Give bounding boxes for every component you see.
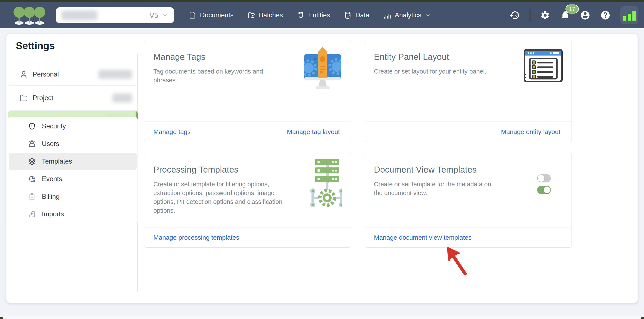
notifications-button[interactable]: 17 [560,10,570,20]
chart-bar [632,11,636,20]
server-gear-illustration [303,159,342,210]
window-corner [641,317,644,319]
sidebar-item-imports[interactable]: Imports [9,205,137,223]
nav-item-label: Batches [259,11,283,19]
history-button[interactable] [510,10,520,20]
entity-panel-illustration [524,49,563,87]
shield-icon [28,122,36,131]
toggle-knob [538,175,544,182]
bottom-strip [0,317,644,319]
card-document-view-templates: Document View Templates Create or set te… [365,153,572,248]
users-icon [28,140,36,148]
card-processing-templates: Processing Templates Create or set templ… [144,153,351,248]
nav-item-entities[interactable]: Entities [297,11,330,19]
redacted-project-value [112,93,132,102]
manage-entity-layout-link[interactable]: Manage entity layout [501,128,560,135]
card-title: Entity Panel Layout [374,52,449,62]
card-description: Tag documents based on keywords and phra… [154,67,276,85]
card-title: Manage Tags [154,52,206,62]
extension-chart-button[interactable] [620,6,638,24]
sidebar-item-billing[interactable]: Billing [9,188,137,205]
app-logo[interactable] [13,5,46,25]
help-button[interactable] [600,10,610,20]
tenant-submenu: Security Users Templates Events Billing … [8,117,138,224]
nav-item-label: Entities [308,11,330,19]
import-arrow-icon [28,210,36,219]
bar-chart-icon [383,11,391,19]
sidebar-item-project[interactable]: Project [8,86,138,111]
help-icon [600,10,610,20]
nav-item-label: Analytics [395,11,421,19]
window-corner [0,317,3,319]
card-title: Document View Templates [374,165,477,175]
project-selector[interactable]: V5 [56,7,174,23]
chevron-down-icon[interactable] [161,11,168,19]
account-button[interactable] [580,10,590,20]
layers-icon [28,157,36,166]
sidebar-item-label: Security [42,122,66,130]
manage-document-view-templates-link[interactable]: Manage document view templates [374,234,472,241]
redacted-personal-value [98,70,132,79]
entities-group-icon [297,11,305,19]
redacted-project-name [61,10,98,20]
card-description: Create or set template for the metadata … [374,180,500,197]
sidebar-item-label: Imports [42,210,64,218]
sidebar-item-label: Templates [42,158,72,165]
batch-folder-icon [247,11,256,19]
sidebar-item-security[interactable]: Security [9,117,137,135]
card-manage-tags: Manage Tags Tag documents based on keywo… [144,40,351,142]
history-icon [510,10,520,20]
nav-item-documents[interactable]: Documents [188,11,234,19]
top-accent-strip [0,0,644,2]
logo-trees-icon [13,5,46,25]
nav-item-analytics[interactable]: Analytics [383,11,431,19]
nav-item-label: Data [355,11,369,19]
sidebar-item-label: Users [42,140,59,148]
toggle-on-switch[interactable] [537,186,551,194]
chart-bar [623,16,626,20]
card-title: Processing Templates [154,165,238,175]
database-icon [344,11,352,19]
template-toggles [537,174,551,194]
sidebar-item-label: Billing [42,193,60,200]
card-footer: Manage entity layout [365,122,572,142]
card-description: Create or set layout for your entity pan… [374,67,486,76]
page-title: Settings [16,40,55,51]
sidebar-item-personal[interactable]: Personal [8,63,138,86]
card-footer: Manage document view templates [365,227,572,247]
primary-navigation: Documents Batches Entities Data Analytic… [188,11,431,19]
clipboard-icon [28,192,36,201]
manage-tags-link[interactable]: Manage tags [154,128,190,135]
card-footer: Manage processing templates [144,227,351,247]
document-icon [188,11,196,19]
card-footer: Manage tags Manage tag layout [144,122,351,142]
nav-item-label: Documents [200,11,234,19]
sidebar-item-events[interactable]: Events [9,170,137,188]
gear-icon [540,10,550,20]
notification-badge: 17 [566,4,579,13]
sidebar-item-label: Personal [32,70,59,78]
nav-item-data[interactable]: Data [344,11,369,19]
folder-icon [19,93,28,103]
manage-tag-layout-link[interactable]: Manage tag layout [287,128,340,135]
sidebar-item-templates[interactable]: Templates [9,153,137,170]
top-navbar: V5 Documents Batches Entities Data Analy… [0,2,644,28]
sidebar-item-label: Events [42,175,62,183]
navbar-divider [530,9,530,21]
toggle-knob [544,187,550,193]
manage-processing-templates-link[interactable]: Manage processing templates [154,234,239,241]
sidebar-item-label: Project [32,94,53,102]
settings-page-panel: Settings Personal Project Tenant Securit… [6,34,638,303]
toggle-off-switch[interactable] [537,174,551,182]
person-icon [19,70,28,79]
version-label: V5 [149,11,158,19]
nav-item-batches[interactable]: Batches [247,11,283,19]
pie-chart-icon [28,175,36,183]
monitor-gears-tag-illustration [303,46,342,90]
chart-bar [628,14,631,20]
chevron-down-icon [425,12,431,18]
sidebar-item-users[interactable]: Users [9,135,137,153]
card-entity-panel-layout: Entity Panel Layout Create or set layout… [365,40,572,142]
navbar-actions: 17 [510,6,638,24]
settings-button[interactable] [540,10,550,20]
